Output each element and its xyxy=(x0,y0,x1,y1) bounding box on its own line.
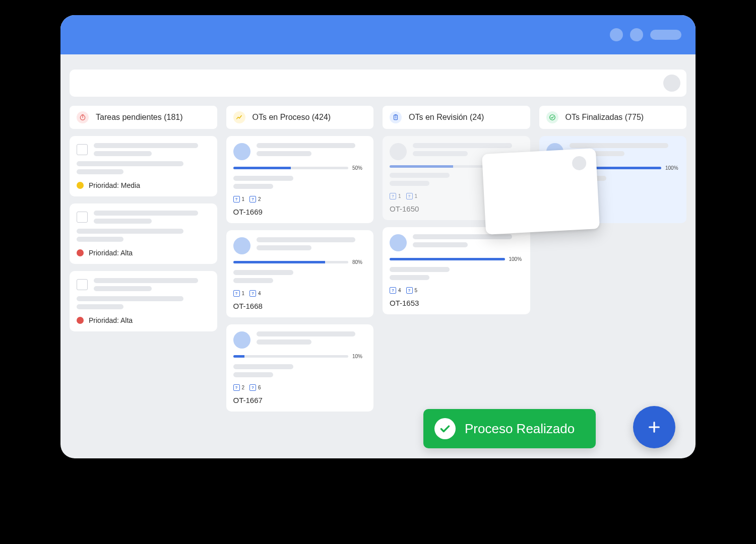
placeholder-text xyxy=(413,234,523,247)
ot-id: OT-1668 xyxy=(233,302,367,310)
column-title: OTs Finalizadas (775) xyxy=(565,113,644,122)
placeholder-text xyxy=(94,143,210,156)
column-title: OTs en Revisión (24) xyxy=(409,113,484,122)
question-icon: ? xyxy=(249,196,256,202)
ot-card[interactable]: 80% ? 1 ? 4 OT-1668 xyxy=(226,230,374,317)
app-window: Tareas pendientes (181) Prioridad: Media xyxy=(60,15,696,458)
placeholder-text xyxy=(257,237,367,250)
ot-id: OT-1669 xyxy=(233,208,367,216)
timer-icon xyxy=(77,111,89,123)
column-header[interactable]: OTs en Proceso (424) xyxy=(226,106,374,129)
ot-id: OT-1653 xyxy=(390,299,523,307)
kanban-column: OTs en Revisión (24) ? xyxy=(383,106,530,412)
progress-label: 100% xyxy=(665,165,679,171)
priority-dot xyxy=(77,249,84,256)
column-header[interactable]: OTs Finalizadas (775) xyxy=(539,106,687,129)
task-card[interactable]: Prioridad: Alta xyxy=(70,271,217,331)
question-icon: ? xyxy=(390,287,396,294)
dragging-card[interactable] xyxy=(482,148,600,235)
ot-id: OT-1667 xyxy=(233,396,367,404)
progress-bar xyxy=(390,258,505,260)
placeholder-text xyxy=(233,270,367,283)
task-checkbox[interactable] xyxy=(77,212,88,223)
priority-dot xyxy=(77,182,84,189)
kanban-board: Tareas pendientes (181) Prioridad: Media xyxy=(60,106,696,412)
placeholder-text xyxy=(94,278,210,291)
progress-label: 10% xyxy=(352,354,366,359)
check-circle-icon xyxy=(546,111,558,123)
question-icon: ? xyxy=(406,193,413,199)
meta-item: ? 2 xyxy=(233,384,245,391)
check-circle-icon xyxy=(434,418,456,439)
placeholder-text xyxy=(77,296,210,309)
progress-bar xyxy=(233,355,349,358)
task-card[interactable]: Prioridad: Alta xyxy=(70,203,217,264)
column-header[interactable]: OTs en Revisión (24) xyxy=(383,106,530,129)
placeholder-text xyxy=(94,211,210,224)
question-icon: ? xyxy=(406,287,413,294)
meta-count: 1 xyxy=(398,193,401,199)
avatar xyxy=(233,331,250,349)
meta-item: ? 1 xyxy=(233,290,245,297)
ot-card[interactable]: 50% ? 1 ? 2 OT-1669 xyxy=(226,136,374,223)
question-icon: ? xyxy=(233,384,240,391)
meta-item: ? 4 xyxy=(249,290,261,297)
placeholder-text xyxy=(233,364,367,377)
task-checkbox[interactable] xyxy=(77,144,88,155)
column-header[interactable]: Tareas pendientes (181) xyxy=(70,106,217,129)
avatar xyxy=(233,237,250,254)
progress-label: 50% xyxy=(352,165,366,171)
user-avatar[interactable] xyxy=(663,75,680,92)
meta-item: ? 1 xyxy=(390,193,401,199)
kanban-column: Tareas pendientes (181) Prioridad: Media xyxy=(70,106,217,412)
plus-icon xyxy=(646,419,662,435)
priority-dot xyxy=(77,317,84,324)
priority-label: Prioridad: Media xyxy=(89,181,140,189)
titlebar xyxy=(60,15,696,54)
meta-count: 2 xyxy=(258,196,261,202)
svg-point-3 xyxy=(549,115,555,120)
toast-success: Proceso Realizado xyxy=(423,409,596,448)
kanban-column: OTs en Proceso (424) 50% xyxy=(226,106,374,412)
placeholder-text xyxy=(390,267,523,280)
question-icon: ? xyxy=(233,290,240,297)
avatar xyxy=(390,143,407,160)
window-control[interactable] xyxy=(610,28,623,41)
add-button[interactable] xyxy=(633,406,675,448)
window-control[interactable] xyxy=(650,30,681,40)
meta-item: ? 5 xyxy=(406,287,418,294)
meta-item: ? 2 xyxy=(249,196,261,202)
ot-card[interactable]: 10% ? 2 ? 6 OT-1667 xyxy=(226,324,374,412)
meta-count: 4 xyxy=(398,288,401,293)
column-title: Tareas pendientes (181) xyxy=(96,113,183,122)
window-control[interactable] xyxy=(630,28,643,41)
meta-item: ? 4 xyxy=(390,287,401,294)
search-bar[interactable] xyxy=(70,70,686,97)
clipboard-icon xyxy=(390,111,402,123)
meta-item: ? 1 xyxy=(406,193,418,199)
priority-label: Prioridad: Alta xyxy=(89,249,133,257)
toast-label: Proceso Realizado xyxy=(465,421,575,437)
avatar xyxy=(572,156,586,170)
priority-label: Prioridad: Alta xyxy=(89,316,133,324)
question-icon: ? xyxy=(249,384,256,391)
meta-count: 5 xyxy=(415,288,418,293)
ot-card[interactable]: 100% ? 4 ? 5 OT-1653 xyxy=(383,227,530,314)
task-card[interactable]: Prioridad: Media xyxy=(70,136,217,196)
placeholder-text xyxy=(257,331,367,345)
trend-icon xyxy=(233,111,245,123)
question-icon: ? xyxy=(233,196,240,202)
meta-count: 1 xyxy=(242,291,245,296)
placeholder-text xyxy=(233,176,367,189)
svg-rect-1 xyxy=(394,115,398,119)
placeholder-text xyxy=(77,161,210,174)
question-icon: ? xyxy=(249,290,256,297)
column-title: OTs en Proceso (424) xyxy=(253,113,331,122)
meta-count: 4 xyxy=(258,291,261,296)
meta-count: 1 xyxy=(415,193,418,199)
avatar xyxy=(390,234,407,251)
placeholder-text xyxy=(77,229,210,242)
placeholder-text xyxy=(257,143,367,156)
task-checkbox[interactable] xyxy=(77,279,88,290)
svg-rect-2 xyxy=(395,114,397,115)
